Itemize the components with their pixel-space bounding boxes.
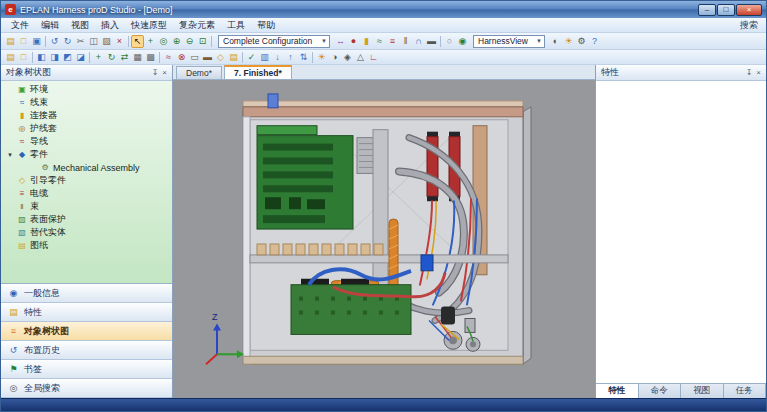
tree-item-cables[interactable]: ≡ 电缆 bbox=[1, 187, 172, 200]
configuration-dropdown[interactable]: Complete Configuration ▼ bbox=[218, 35, 330, 48]
mirror-icon[interactable]: ⇄ bbox=[118, 51, 131, 64]
settings-icon[interactable]: ⚙ bbox=[575, 35, 588, 48]
axes-icon[interactable]: ∟ bbox=[367, 51, 380, 64]
rotate-icon[interactable]: ↻ bbox=[105, 51, 118, 64]
label-icon[interactable]: ◇ bbox=[214, 51, 227, 64]
tree-item-grommets[interactable]: ◎ 护线套 bbox=[1, 122, 172, 135]
cut-icon[interactable]: ✂ bbox=[74, 35, 87, 48]
open-project-icon[interactable]: □ bbox=[17, 51, 30, 64]
title-bar[interactable]: e EPLAN Harness proD Studio - [Demo] – □… bbox=[1, 1, 766, 18]
tree-item-surface-protection[interactable]: ▨ 表面保护 bbox=[1, 213, 172, 226]
note-icon[interactable]: ▤ bbox=[227, 51, 240, 64]
new-icon[interactable]: ▤ bbox=[4, 35, 17, 48]
light-icon[interactable]: ☀ bbox=[315, 51, 328, 64]
move-icon[interactable]: + bbox=[92, 51, 105, 64]
3d-scene[interactable]: Z bbox=[173, 80, 595, 398]
orbit-icon[interactable]: ◎ bbox=[157, 35, 170, 48]
panel-button-placement-history[interactable]: ↺ 布置历史 bbox=[1, 341, 172, 360]
help-icon[interactable]: ? bbox=[588, 35, 601, 48]
grid-icon[interactable]: ▩ bbox=[144, 51, 157, 64]
document-tab[interactable]: 7. Finished* bbox=[224, 65, 292, 79]
tree-item-wires[interactable]: ≈ 导线 bbox=[1, 135, 172, 148]
paste-icon[interactable]: ▨ bbox=[100, 35, 113, 48]
menu-item[interactable]: 插入 bbox=[95, 18, 125, 33]
place-tape-icon[interactable]: ▬ bbox=[425, 35, 438, 48]
panel-button-global-search[interactable]: ◎ 全局搜索 bbox=[1, 379, 172, 398]
place-bundle-icon[interactable]: ‖ bbox=[399, 35, 412, 48]
zoom-out-icon[interactable]: ⊖ bbox=[183, 35, 196, 48]
save-icon[interactable]: ▣ bbox=[30, 35, 43, 48]
undo-icon[interactable]: ↺ bbox=[48, 35, 61, 48]
maximize-button[interactable]: □ bbox=[717, 4, 735, 16]
tree-item-mechanical-assembly[interactable]: ⚙ Mechanical Assembly bbox=[1, 161, 172, 174]
hide-icon[interactable]: ○ bbox=[443, 35, 456, 48]
pan-icon[interactable]: + bbox=[144, 35, 157, 48]
menu-item[interactable]: 编辑 bbox=[35, 18, 65, 33]
export-icon[interactable]: ↓ bbox=[271, 51, 284, 64]
tube-icon[interactable]: ▭ bbox=[188, 51, 201, 64]
place-cable-icon[interactable]: ≡ bbox=[386, 35, 399, 48]
wire-tool-icon[interactable]: ≈ bbox=[162, 51, 175, 64]
close-icon[interactable]: × bbox=[162, 68, 167, 77]
report-icon[interactable]: ▥ bbox=[258, 51, 271, 64]
import-icon[interactable]: ↑ bbox=[284, 51, 297, 64]
tree-item-environment[interactable]: ▣ 环境 bbox=[1, 83, 172, 96]
expander-icon[interactable]: ▾ bbox=[6, 151, 14, 159]
redo-icon[interactable]: ↻ bbox=[61, 35, 74, 48]
menu-item[interactable]: 文件 bbox=[5, 18, 35, 33]
place-wire-icon[interactable]: ≈ bbox=[373, 35, 386, 48]
menu-item[interactable]: 帮助 bbox=[251, 18, 281, 33]
zoom-fit-icon[interactable]: ⊡ bbox=[196, 35, 209, 48]
panel-button-bookmarks[interactable]: ⚑ 书签 bbox=[1, 360, 172, 379]
tree-item-bundles[interactable]: ‖ 束 bbox=[1, 200, 172, 213]
right-panel-tab[interactable]: 任务 bbox=[724, 384, 767, 398]
tree-item-harnesses[interactable]: ≈ 线束 bbox=[1, 96, 172, 109]
place-connector-icon[interactable]: ▮ bbox=[360, 35, 373, 48]
panel-button-properties[interactable]: ▤ 特性 bbox=[1, 303, 172, 322]
tree-item-substitute-solids[interactable]: ▧ 替代实体 bbox=[1, 226, 172, 239]
zoom-in-icon[interactable]: ⊕ bbox=[170, 35, 183, 48]
panel-button-object-tree[interactable]: ≡ 对象树状图 bbox=[1, 322, 172, 341]
align-right-icon[interactable]: ◨ bbox=[48, 51, 61, 64]
point-icon[interactable]: ● bbox=[347, 35, 360, 48]
place-clip-icon[interactable]: ∩ bbox=[412, 35, 425, 48]
show-icon[interactable]: ◉ bbox=[456, 35, 469, 48]
right-panel-tab[interactable]: 命令 bbox=[639, 384, 682, 398]
open-icon[interactable]: □ bbox=[17, 35, 30, 48]
right-panel-tab[interactable]: 特性 bbox=[596, 384, 639, 398]
shaded-icon[interactable]: ◑ bbox=[328, 51, 341, 64]
close-icon[interactable]: × bbox=[756, 68, 761, 77]
align-left-icon[interactable]: ◧ bbox=[35, 51, 48, 64]
select-icon[interactable]: ↖ bbox=[131, 35, 144, 48]
menu-item[interactable]: 视图 bbox=[65, 18, 95, 33]
snap-icon[interactable]: ▦ bbox=[131, 51, 144, 64]
view-dropdown[interactable]: HarnessView ▼ bbox=[473, 35, 545, 48]
measure-icon[interactable]: ↔ bbox=[334, 35, 347, 48]
tree-item-guiding-parts[interactable]: ◇ 引导零件 bbox=[1, 174, 172, 187]
minimize-button[interactable]: – bbox=[698, 4, 716, 16]
menu-item[interactable]: 工具 bbox=[221, 18, 251, 33]
3d-viewport[interactable]: Z bbox=[173, 80, 595, 398]
pin-icon[interactable]: ↧ bbox=[746, 68, 753, 77]
copy-icon[interactable]: ◫ bbox=[87, 35, 100, 48]
document-tab[interactable]: Demo* bbox=[176, 66, 222, 79]
align-top-icon[interactable]: ◩ bbox=[61, 51, 74, 64]
search-label[interactable]: 搜索 bbox=[740, 19, 762, 32]
sync-icon[interactable]: ⇅ bbox=[297, 51, 310, 64]
wireframe-icon[interactable]: ◈ bbox=[341, 51, 354, 64]
tree-item-parts[interactable]: ▾ ◆ 零件 bbox=[1, 148, 172, 161]
align-bottom-icon[interactable]: ◪ bbox=[74, 51, 87, 64]
panel-button-general-info[interactable]: ◉ 一般信息 bbox=[1, 284, 172, 303]
render-icon[interactable]: ☀ bbox=[562, 35, 575, 48]
camera-icon[interactable]: ◐ bbox=[549, 35, 562, 48]
check-icon[interactable]: ✓ bbox=[245, 51, 258, 64]
new-project-icon[interactable]: ▤ bbox=[4, 51, 17, 64]
tree-item-drawings[interactable]: ▤ 图纸 bbox=[1, 239, 172, 252]
close-button[interactable]: × bbox=[736, 4, 762, 16]
tape-tool-icon[interactable]: ▬ bbox=[201, 51, 214, 64]
menu-item[interactable]: 快速原型 bbox=[125, 18, 173, 33]
pin-icon[interactable]: ↧ bbox=[152, 68, 159, 77]
delete-icon[interactable]: × bbox=[113, 35, 126, 48]
right-panel-tab[interactable]: 视图 bbox=[681, 384, 724, 398]
tree-item-connectors[interactable]: ▮ 连接器 bbox=[1, 109, 172, 122]
